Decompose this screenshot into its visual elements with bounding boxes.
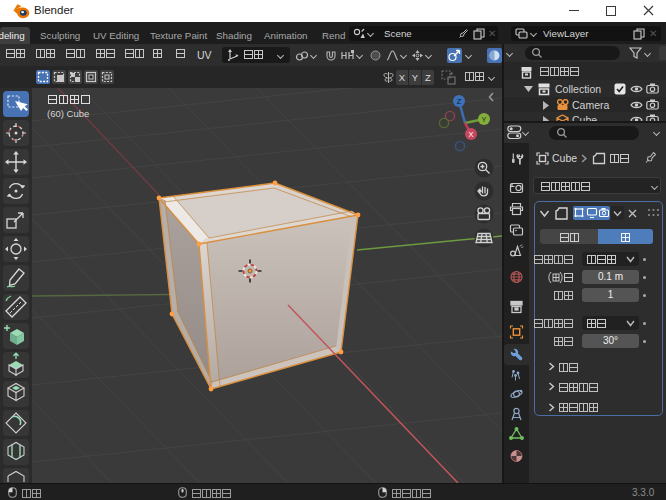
svg-text:(60) Cube: (60) Cube [47, 108, 89, 119]
svg-text:Z: Z [457, 97, 462, 106]
svg-text:X: X [468, 130, 473, 139]
svg-text:Y: Y [481, 115, 486, 124]
